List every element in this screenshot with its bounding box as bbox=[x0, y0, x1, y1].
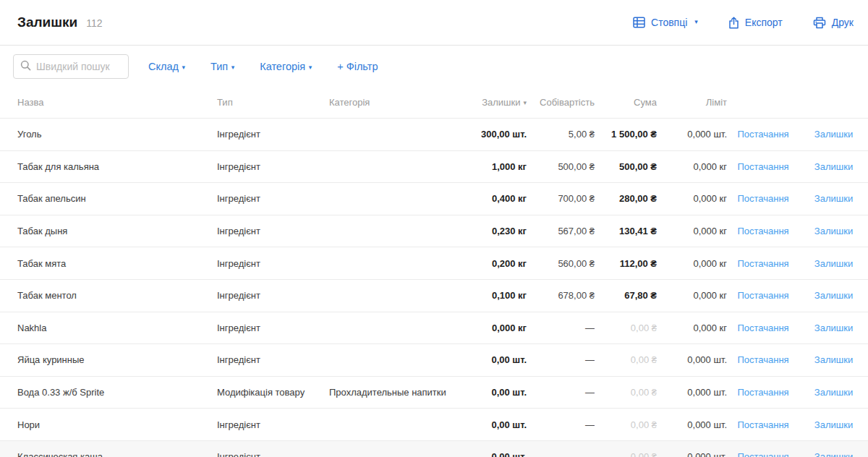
cell-type: Інгредієнт bbox=[217, 193, 329, 204]
cell-name: Табак ментол bbox=[17, 290, 217, 301]
cell-type: Інгредієнт bbox=[217, 226, 329, 236]
stock-link[interactable]: Залишки bbox=[799, 161, 868, 172]
print-button-label: Друк bbox=[832, 17, 854, 28]
column-header-supply-actions bbox=[727, 108, 799, 118]
cell-type: Інгредієнт bbox=[217, 129, 329, 140]
table-row[interactable]: Классическая кашаІнгредієнт0,00 шт.—0,00… bbox=[0, 441, 868, 457]
cell-type: Інгредієнт bbox=[217, 290, 329, 301]
chevron-down-icon: ▾ bbox=[229, 64, 234, 71]
cell-name: Нори bbox=[17, 419, 217, 430]
supply-link[interactable]: Постачання bbox=[727, 451, 799, 457]
stock-link[interactable]: Залишки bbox=[799, 323, 868, 333]
cell-cost: — bbox=[527, 387, 595, 398]
column-header-sum[interactable]: Сума bbox=[595, 97, 657, 118]
filter-warehouse[interactable]: Склад ▾ bbox=[148, 61, 185, 72]
title-wrap: Залишки 112 bbox=[17, 14, 103, 30]
cell-cost: 700,00 ₴ bbox=[527, 193, 595, 204]
supply-link[interactable]: Постачання bbox=[727, 258, 799, 269]
column-header-name[interactable]: Назва bbox=[17, 97, 217, 118]
cell-stock: 0,230 кг bbox=[452, 226, 527, 236]
toolbar: Стовпці ▾ Експорт Дру bbox=[633, 17, 854, 29]
filter-type[interactable]: Тип ▾ bbox=[210, 61, 234, 72]
search-input[interactable] bbox=[36, 61, 120, 72]
cell-name: Вода 0.33 ж/б Sprite bbox=[17, 387, 217, 398]
cell-name: Уголь bbox=[17, 129, 217, 140]
stock-link[interactable]: Залишки bbox=[799, 451, 868, 457]
stock-link[interactable]: Залишки bbox=[799, 354, 868, 365]
cell-name: Табак для кальяна bbox=[17, 161, 217, 172]
chevron-down-icon: ▾ bbox=[307, 64, 312, 71]
table-row[interactable]: Табак ментолІнгредієнт0,100 кг678,00 ₴67… bbox=[0, 280, 868, 312]
export-button-label: Експорт bbox=[745, 17, 783, 28]
columns-button[interactable]: Стовпці ▾ bbox=[633, 17, 698, 28]
cell-cost: 678,00 ₴ bbox=[527, 290, 595, 301]
supply-link[interactable]: Постачання bbox=[727, 161, 799, 172]
stock-link[interactable]: Залишки bbox=[799, 258, 868, 269]
table-row[interactable]: Табак дыняІнгредієнт0,230 кг567,00 ₴130,… bbox=[0, 215, 868, 248]
cell-name: Яйца куринные bbox=[17, 354, 217, 365]
cell-sum: 1 500,00 ₴ bbox=[595, 129, 657, 140]
cell-limit: 0,000 шт. bbox=[657, 419, 727, 430]
column-header-cost[interactable]: Собівартість bbox=[527, 97, 595, 118]
supply-link[interactable]: Постачання bbox=[727, 226, 799, 236]
table-row[interactable]: Табак для кальянаІнгредієнт1,000 кг500,0… bbox=[0, 151, 868, 184]
column-header-category[interactable]: Категорія bbox=[329, 97, 452, 118]
supply-link[interactable]: Постачання bbox=[727, 419, 799, 430]
filter-category[interactable]: Категорія ▾ bbox=[260, 61, 312, 72]
supply-link[interactable]: Постачання bbox=[727, 354, 799, 365]
cell-cost: — bbox=[527, 419, 595, 430]
stock-link[interactable]: Залишки bbox=[799, 129, 868, 140]
filter-bar: Склад ▾ Тип ▾ Категорія ▾ + Фільтр bbox=[0, 54, 868, 79]
cell-type: Інгредієнт bbox=[217, 258, 329, 269]
cell-stock: 0,200 кг bbox=[452, 258, 527, 269]
table-row[interactable]: Табак мятаІнгредієнт0,200 кг560,00 ₴112,… bbox=[0, 247, 868, 280]
cell-category: Прохладительные напитки bbox=[329, 387, 452, 398]
cell-name: Классическая каша bbox=[17, 451, 217, 457]
table-row[interactable]: НориІнгредієнт0,00 шт.—0,00 ₴0,000 шт.По… bbox=[0, 409, 868, 441]
page-title: Залишки bbox=[17, 14, 77, 30]
table-row[interactable]: Табак апельсинІнгредієнт0,400 кг700,00 ₴… bbox=[0, 183, 868, 215]
columns-icon bbox=[633, 17, 645, 28]
print-button[interactable]: Друк bbox=[813, 17, 854, 29]
chevron-down-icon: ▾ bbox=[694, 18, 698, 25]
stock-link[interactable]: Залишки bbox=[799, 226, 868, 236]
add-filter-button[interactable]: + Фільтр bbox=[337, 61, 378, 72]
column-header-type[interactable]: Тип bbox=[217, 97, 329, 118]
cell-cost: 500,00 ₴ bbox=[527, 161, 595, 172]
cell-sum: 130,41 ₴ bbox=[595, 226, 657, 236]
cell-type: Інгредієнт bbox=[217, 161, 329, 172]
supply-link[interactable]: Постачання bbox=[727, 129, 799, 140]
columns-button-label: Стовпці bbox=[651, 17, 687, 28]
table-row[interactable]: УгольІнгредієнт300,00 шт.5,00 ₴1 500,00 … bbox=[0, 119, 868, 151]
stock-link[interactable]: Залишки bbox=[799, 290, 868, 301]
cell-stock: 300,00 шт. bbox=[452, 129, 527, 140]
cell-limit: 0,000 кг bbox=[657, 226, 727, 236]
cell-type: Інгредієнт bbox=[217, 354, 329, 365]
export-button[interactable]: Експорт bbox=[728, 17, 783, 29]
cell-sum: 112,00 ₴ bbox=[595, 258, 657, 269]
column-header-limit[interactable]: Ліміт bbox=[657, 97, 727, 118]
supply-link[interactable]: Постачання bbox=[727, 387, 799, 398]
table-row[interactable]: Яйца куринныеІнгредієнт0,00 шт.—0,00 ₴0,… bbox=[0, 344, 868, 377]
export-icon bbox=[728, 17, 739, 29]
cell-type: Модифікація товару bbox=[217, 387, 329, 398]
supply-link[interactable]: Постачання bbox=[727, 290, 799, 301]
stock-link[interactable]: Залишки bbox=[799, 387, 868, 398]
cell-limit: 0,000 шт. bbox=[657, 354, 727, 365]
cell-limit: 0,000 кг bbox=[657, 323, 727, 333]
cell-stock: 0,00 шт. bbox=[452, 354, 527, 365]
stock-link[interactable]: Залишки bbox=[799, 419, 868, 430]
cell-sum: 280,00 ₴ bbox=[595, 193, 657, 204]
supply-link[interactable]: Постачання bbox=[727, 193, 799, 204]
sort-descending-icon: ▾ bbox=[523, 99, 527, 106]
table-row[interactable]: NakhlaІнгредієнт0,000 кг—0,00 ₴0,000 кгП… bbox=[0, 312, 868, 345]
search-box[interactable] bbox=[13, 54, 129, 79]
cell-stock: 0,00 шт. bbox=[452, 419, 527, 430]
cell-stock: 0,000 кг bbox=[452, 323, 527, 333]
cell-sum: 0,00 ₴ bbox=[595, 323, 657, 333]
column-header-stock[interactable]: Залишки▾ bbox=[452, 97, 527, 118]
supply-link[interactable]: Постачання bbox=[727, 323, 799, 333]
stock-link[interactable]: Залишки bbox=[799, 193, 868, 204]
cell-cost: — bbox=[527, 354, 595, 365]
table-row[interactable]: Вода 0.33 ж/б SpriteМодифікація товаруПр… bbox=[0, 377, 868, 409]
